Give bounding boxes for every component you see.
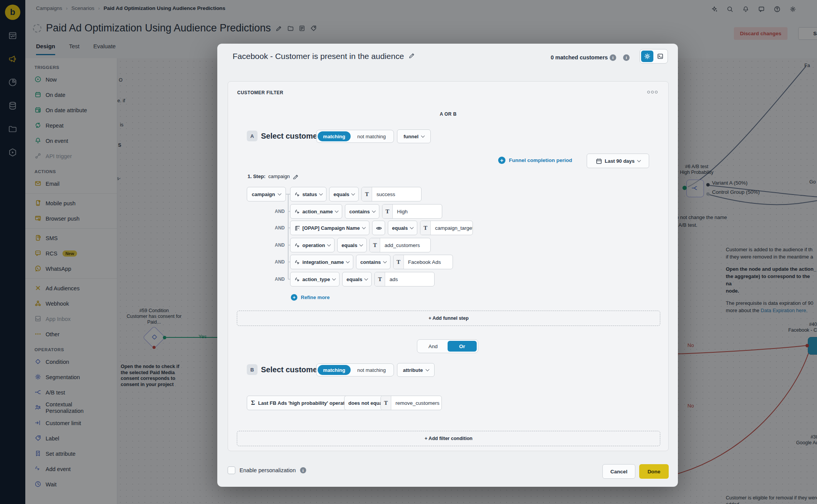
app-window: Campaigns › Scenarios › Paid Ad Optimiza… xyxy=(0,0,817,504)
or-option[interactable]: Or xyxy=(448,341,477,352)
chevron-down-icon xyxy=(319,191,323,195)
operator-select[interactable]: equals xyxy=(388,221,417,235)
field-select[interactable]: operation xyxy=(290,238,335,252)
operator-select[interactable]: equals xyxy=(329,187,359,201)
event-select[interactable]: campaign xyxy=(247,187,286,201)
group-b-type-select[interactable]: attribute xyxy=(397,363,435,377)
group-b-match-toggle: matching not matching xyxy=(316,363,394,376)
text-type-icon: T xyxy=(382,205,393,218)
funnel-completion-period-link[interactable]: + Funnel completion period xyxy=(498,157,572,164)
chevron-down-icon xyxy=(362,225,366,229)
filter-combine-summary: A OR B xyxy=(228,111,668,117)
funnel-step-label: 1. Step: campaign xyxy=(248,173,298,179)
and-join-label: AND xyxy=(267,259,285,265)
group-a-match-toggle: matching not matching xyxy=(316,130,394,143)
and-join-label: AND xyxy=(267,209,285,214)
field-select[interactable]: [OPAP] Campaign Name xyxy=(290,221,369,235)
add-funnel-step-button[interactable]: + Add funnel step xyxy=(237,311,660,326)
chevron-down-icon xyxy=(359,242,363,246)
value-input[interactable]: Tcampaign_target xyxy=(420,221,473,235)
sigma-icon: Σ xyxy=(251,399,255,406)
info-icon[interactable]: i xyxy=(623,54,630,61)
chevron-down-icon xyxy=(383,259,387,263)
plus-circle-icon: + xyxy=(498,157,505,164)
condition-row: action_name contains THigh xyxy=(290,204,442,219)
matching-option[interactable]: matching xyxy=(318,365,351,375)
edit-node-name-icon[interactable] xyxy=(408,52,415,61)
filter-menu-icon[interactable] xyxy=(647,91,658,93)
chevron-down-icon xyxy=(278,191,282,195)
value-input[interactable]: TFacebook Ads xyxy=(393,255,453,269)
condition-connector xyxy=(288,194,289,279)
customer-filter-header: CUSTOMER FILTER xyxy=(237,90,283,95)
and-join-label: AND xyxy=(267,225,285,231)
text-type-icon: T xyxy=(370,238,380,252)
chevron-down-icon xyxy=(332,277,336,280)
chevron-down-icon xyxy=(425,367,429,371)
condition-row: status equals Tsuccess xyxy=(290,187,422,201)
field-select[interactable]: action_name xyxy=(290,204,342,219)
done-button[interactable]: Done xyxy=(639,464,669,479)
value-input[interactable]: THigh xyxy=(382,204,442,219)
operator-select[interactable]: equals xyxy=(337,238,367,252)
event-property-icon xyxy=(294,259,300,265)
plus-circle-icon: + xyxy=(291,294,297,301)
not-matching-option[interactable]: not matching xyxy=(351,134,392,139)
text-type-icon: T xyxy=(394,255,404,269)
group-a-type-select[interactable]: funnel xyxy=(397,129,431,143)
condition-row: integration_name contains TFacebook Ads xyxy=(290,255,453,269)
edit-step-icon[interactable] xyxy=(292,173,298,179)
cancel-button[interactable]: Cancel xyxy=(602,464,635,479)
chevron-down-icon xyxy=(364,277,368,280)
group-b-title: Select customers xyxy=(261,365,325,374)
value-input[interactable]: Tremove_customers xyxy=(381,396,442,410)
condition-row: [OPAP] Campaign Name equals Tcampaign_ta… xyxy=(290,221,473,235)
matched-customers-count: 0 matched customers xyxy=(551,54,608,61)
and-option[interactable]: And xyxy=(418,344,448,349)
text-type-icon: T xyxy=(381,396,391,410)
operator-select[interactable]: contains xyxy=(356,255,390,269)
event-property-icon xyxy=(294,191,300,197)
operator-select[interactable]: contains xyxy=(345,204,379,219)
node-editor-modal: Facebook - Customer is present in the au… xyxy=(217,44,678,487)
group-b-badge: B xyxy=(247,364,258,375)
enable-personalization: Enable personalization i xyxy=(228,466,306,474)
builder-view-icon[interactable] xyxy=(641,51,653,62)
value-input[interactable]: Tads xyxy=(374,272,435,286)
editor-view-toggle xyxy=(640,49,668,64)
customer-filter-card: CUSTOMER FILTER A OR B A Select customer… xyxy=(228,81,669,451)
refine-more-link[interactable]: + Refine more xyxy=(291,294,330,301)
preview-eye-icon[interactable] xyxy=(372,221,385,235)
value-input[interactable]: Tadd_customers xyxy=(369,238,431,252)
text-type-icon: T xyxy=(375,272,385,286)
chevron-down-icon xyxy=(351,191,355,195)
event-property-icon xyxy=(294,209,300,214)
matching-option[interactable]: matching xyxy=(318,131,351,141)
chevron-down-icon xyxy=(410,225,414,229)
add-filter-condition-button[interactable]: + Add filter condition xyxy=(237,431,660,446)
operator-select[interactable]: equals xyxy=(342,272,372,286)
event-property-icon xyxy=(294,242,300,248)
info-icon[interactable]: i xyxy=(610,54,616,61)
event-property-icon xyxy=(294,277,300,282)
not-matching-option[interactable]: not matching xyxy=(351,367,392,373)
group-a-badge: A xyxy=(247,131,258,141)
chevron-down-icon xyxy=(637,158,641,162)
chevron-down-icon xyxy=(421,134,425,137)
chevron-down-icon xyxy=(327,242,331,246)
calendar-icon xyxy=(596,158,602,164)
personalization-checkbox[interactable] xyxy=(228,466,235,474)
text-type-icon: T xyxy=(362,187,372,201)
field-select[interactable]: integration_name xyxy=(290,255,353,269)
chevron-down-icon xyxy=(335,209,339,213)
value-input[interactable]: Tsuccess xyxy=(361,187,422,201)
and-or-toggle: And Or xyxy=(417,339,478,353)
chevron-down-icon xyxy=(346,259,350,263)
condition-row: operation equals Tadd_customers xyxy=(290,238,431,252)
catalog-icon xyxy=(294,225,300,231)
code-view-icon[interactable] xyxy=(654,51,666,62)
field-select[interactable]: action_type xyxy=(290,272,340,286)
field-select[interactable]: status xyxy=(290,187,326,201)
funnel-period-select[interactable]: Last 90 days xyxy=(587,154,649,168)
info-icon[interactable]: i xyxy=(300,467,306,473)
